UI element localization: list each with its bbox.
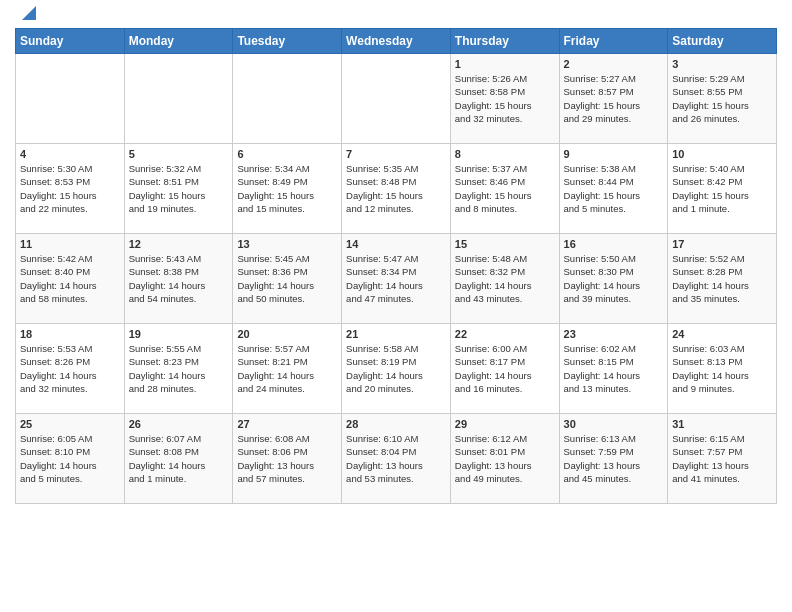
day-info: Sunrise: 6:12 AM Sunset: 8:01 PM Dayligh…: [455, 432, 555, 485]
calendar-cell: 25Sunrise: 6:05 AM Sunset: 8:10 PM Dayli…: [16, 414, 125, 504]
calendar-cell: 24Sunrise: 6:03 AM Sunset: 8:13 PM Dayli…: [668, 324, 777, 414]
day-info: Sunrise: 6:15 AM Sunset: 7:57 PM Dayligh…: [672, 432, 772, 485]
svg-marker-0: [22, 6, 36, 20]
calendar-cell: 22Sunrise: 6:00 AM Sunset: 8:17 PM Dayli…: [450, 324, 559, 414]
day-info: Sunrise: 5:37 AM Sunset: 8:46 PM Dayligh…: [455, 162, 555, 215]
day-info: Sunrise: 5:30 AM Sunset: 8:53 PM Dayligh…: [20, 162, 120, 215]
weekday-header-monday: Monday: [124, 29, 233, 54]
day-number: 28: [346, 418, 446, 430]
day-number: 30: [564, 418, 664, 430]
day-number: 4: [20, 148, 120, 160]
calendar-week-row: 4Sunrise: 5:30 AM Sunset: 8:53 PM Daylig…: [16, 144, 777, 234]
calendar-cell: 30Sunrise: 6:13 AM Sunset: 7:59 PM Dayli…: [559, 414, 668, 504]
day-info: Sunrise: 5:38 AM Sunset: 8:44 PM Dayligh…: [564, 162, 664, 215]
calendar-cell: 16Sunrise: 5:50 AM Sunset: 8:30 PM Dayli…: [559, 234, 668, 324]
weekday-header-friday: Friday: [559, 29, 668, 54]
calendar-week-row: 1Sunrise: 5:26 AM Sunset: 8:58 PM Daylig…: [16, 54, 777, 144]
day-info: Sunrise: 5:48 AM Sunset: 8:32 PM Dayligh…: [455, 252, 555, 305]
day-info: Sunrise: 5:58 AM Sunset: 8:19 PM Dayligh…: [346, 342, 446, 395]
day-info: Sunrise: 5:29 AM Sunset: 8:55 PM Dayligh…: [672, 72, 772, 125]
day-number: 16: [564, 238, 664, 250]
day-info: Sunrise: 5:47 AM Sunset: 8:34 PM Dayligh…: [346, 252, 446, 305]
calendar-cell: 9Sunrise: 5:38 AM Sunset: 8:44 PM Daylig…: [559, 144, 668, 234]
day-number: 20: [237, 328, 337, 340]
calendar-cell: 17Sunrise: 5:52 AM Sunset: 8:28 PM Dayli…: [668, 234, 777, 324]
calendar-cell: 21Sunrise: 5:58 AM Sunset: 8:19 PM Dayli…: [342, 324, 451, 414]
day-number: 31: [672, 418, 772, 430]
day-number: 8: [455, 148, 555, 160]
day-number: 5: [129, 148, 229, 160]
calendar-cell: 4Sunrise: 5:30 AM Sunset: 8:53 PM Daylig…: [16, 144, 125, 234]
day-number: 22: [455, 328, 555, 340]
calendar-week-row: 18Sunrise: 5:53 AM Sunset: 8:26 PM Dayli…: [16, 324, 777, 414]
day-number: 17: [672, 238, 772, 250]
page-header: [15, 10, 777, 20]
calendar-cell: 20Sunrise: 5:57 AM Sunset: 8:21 PM Dayli…: [233, 324, 342, 414]
calendar-cell: [342, 54, 451, 144]
day-info: Sunrise: 5:43 AM Sunset: 8:38 PM Dayligh…: [129, 252, 229, 305]
day-number: 10: [672, 148, 772, 160]
day-number: 29: [455, 418, 555, 430]
day-number: 21: [346, 328, 446, 340]
logo-icon: [18, 2, 36, 20]
day-info: Sunrise: 5:42 AM Sunset: 8:40 PM Dayligh…: [20, 252, 120, 305]
calendar-cell: 13Sunrise: 5:45 AM Sunset: 8:36 PM Dayli…: [233, 234, 342, 324]
day-number: 15: [455, 238, 555, 250]
weekday-header-thursday: Thursday: [450, 29, 559, 54]
day-number: 19: [129, 328, 229, 340]
calendar-week-row: 11Sunrise: 5:42 AM Sunset: 8:40 PM Dayli…: [16, 234, 777, 324]
day-info: Sunrise: 6:10 AM Sunset: 8:04 PM Dayligh…: [346, 432, 446, 485]
calendar-cell: 26Sunrise: 6:07 AM Sunset: 8:08 PM Dayli…: [124, 414, 233, 504]
day-number: 26: [129, 418, 229, 430]
day-info: Sunrise: 6:05 AM Sunset: 8:10 PM Dayligh…: [20, 432, 120, 485]
calendar-cell: 2Sunrise: 5:27 AM Sunset: 8:57 PM Daylig…: [559, 54, 668, 144]
day-number: 14: [346, 238, 446, 250]
calendar-cell: 15Sunrise: 5:48 AM Sunset: 8:32 PM Dayli…: [450, 234, 559, 324]
day-number: 9: [564, 148, 664, 160]
day-number: 11: [20, 238, 120, 250]
calendar-table: SundayMondayTuesdayWednesdayThursdayFrid…: [15, 28, 777, 504]
calendar-cell: 6Sunrise: 5:34 AM Sunset: 8:49 PM Daylig…: [233, 144, 342, 234]
day-number: 24: [672, 328, 772, 340]
calendar-cell: 27Sunrise: 6:08 AM Sunset: 8:06 PM Dayli…: [233, 414, 342, 504]
calendar-cell: 18Sunrise: 5:53 AM Sunset: 8:26 PM Dayli…: [16, 324, 125, 414]
day-info: Sunrise: 6:02 AM Sunset: 8:15 PM Dayligh…: [564, 342, 664, 395]
day-info: Sunrise: 5:53 AM Sunset: 8:26 PM Dayligh…: [20, 342, 120, 395]
calendar-cell: 11Sunrise: 5:42 AM Sunset: 8:40 PM Dayli…: [16, 234, 125, 324]
day-info: Sunrise: 5:45 AM Sunset: 8:36 PM Dayligh…: [237, 252, 337, 305]
day-number: 6: [237, 148, 337, 160]
calendar-cell: 14Sunrise: 5:47 AM Sunset: 8:34 PM Dayli…: [342, 234, 451, 324]
day-info: Sunrise: 5:32 AM Sunset: 8:51 PM Dayligh…: [129, 162, 229, 215]
day-number: 3: [672, 58, 772, 70]
day-info: Sunrise: 5:52 AM Sunset: 8:28 PM Dayligh…: [672, 252, 772, 305]
calendar-cell: 12Sunrise: 5:43 AM Sunset: 8:38 PM Dayli…: [124, 234, 233, 324]
calendar-cell: [233, 54, 342, 144]
day-info: Sunrise: 5:34 AM Sunset: 8:49 PM Dayligh…: [237, 162, 337, 215]
calendar-cell: 28Sunrise: 6:10 AM Sunset: 8:04 PM Dayli…: [342, 414, 451, 504]
calendar-cell: 29Sunrise: 6:12 AM Sunset: 8:01 PM Dayli…: [450, 414, 559, 504]
weekday-header-saturday: Saturday: [668, 29, 777, 54]
day-number: 1: [455, 58, 555, 70]
weekday-header-tuesday: Tuesday: [233, 29, 342, 54]
day-info: Sunrise: 6:13 AM Sunset: 7:59 PM Dayligh…: [564, 432, 664, 485]
calendar-cell: 3Sunrise: 5:29 AM Sunset: 8:55 PM Daylig…: [668, 54, 777, 144]
calendar-cell: 1Sunrise: 5:26 AM Sunset: 8:58 PM Daylig…: [450, 54, 559, 144]
day-number: 13: [237, 238, 337, 250]
weekday-header-row: SundayMondayTuesdayWednesdayThursdayFrid…: [16, 29, 777, 54]
day-number: 27: [237, 418, 337, 430]
calendar-cell: 7Sunrise: 5:35 AM Sunset: 8:48 PM Daylig…: [342, 144, 451, 234]
calendar-cell: 10Sunrise: 5:40 AM Sunset: 8:42 PM Dayli…: [668, 144, 777, 234]
day-number: 7: [346, 148, 446, 160]
calendar-cell: 19Sunrise: 5:55 AM Sunset: 8:23 PM Dayli…: [124, 324, 233, 414]
day-info: Sunrise: 5:40 AM Sunset: 8:42 PM Dayligh…: [672, 162, 772, 215]
day-info: Sunrise: 6:07 AM Sunset: 8:08 PM Dayligh…: [129, 432, 229, 485]
day-info: Sunrise: 6:08 AM Sunset: 8:06 PM Dayligh…: [237, 432, 337, 485]
day-number: 25: [20, 418, 120, 430]
day-info: Sunrise: 5:27 AM Sunset: 8:57 PM Dayligh…: [564, 72, 664, 125]
day-info: Sunrise: 6:00 AM Sunset: 8:17 PM Dayligh…: [455, 342, 555, 395]
day-number: 2: [564, 58, 664, 70]
day-number: 23: [564, 328, 664, 340]
day-info: Sunrise: 5:35 AM Sunset: 8:48 PM Dayligh…: [346, 162, 446, 215]
calendar-cell: [124, 54, 233, 144]
logo: [15, 10, 36, 20]
